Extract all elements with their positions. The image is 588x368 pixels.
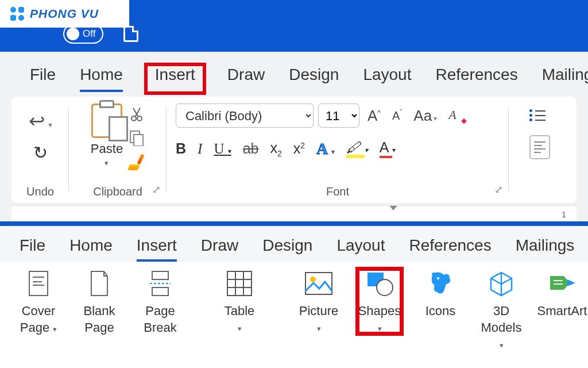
- cover-page-label: Cover Page: [20, 304, 56, 335]
- table-label: Table: [225, 304, 255, 318]
- font-name-select[interactable]: Calibri (Body): [176, 103, 314, 128]
- panel-home-ribbon: File Home Insert Draw Design Layout Refe…: [0, 52, 588, 221]
- icons-button[interactable]: Icons: [419, 270, 462, 320]
- group-font: Calibri (Body) 11 A^ Aˇ Aa▾ B I U ▾ ab x…: [167, 103, 509, 203]
- tab-draw[interactable]: Draw: [227, 66, 265, 92]
- chevron-down-icon: ▾: [378, 324, 382, 333]
- svg-point-17: [310, 277, 316, 282]
- phongvu-logo: PHONG VU: [0, 0, 129, 28]
- tab-design[interactable]: Design: [289, 66, 339, 92]
- svg-rect-10: [152, 288, 168, 296]
- shrink-font-button[interactable]: Aˇ: [389, 109, 405, 122]
- font-size-select[interactable]: 11: [318, 103, 359, 128]
- grow-font-button[interactable]: A^: [364, 107, 384, 125]
- page-break-label: Page Break: [139, 303, 181, 336]
- strikethrough-button[interactable]: ab: [243, 140, 259, 157]
- bold-button[interactable]: B: [176, 140, 186, 157]
- tab2-mailings[interactable]: Mailings: [516, 236, 575, 262]
- tab-home[interactable]: Home: [80, 66, 123, 92]
- smartart-label: SmartArt: [537, 303, 587, 320]
- picture-button[interactable]: Picture ▾: [297, 270, 340, 333]
- superscript-button[interactable]: x2: [293, 140, 305, 157]
- group-clipboard: Paste ▾ Clipboard ⤢: [69, 103, 167, 203]
- svg-point-19: [377, 279, 393, 296]
- text-effects-button[interactable]: A ▾: [316, 140, 335, 158]
- ribbon-insert: Cover Page ▾ Blank Page Page Break Table…: [0, 262, 588, 358]
- ruler[interactable]: 1: [11, 205, 577, 221]
- smartart-icon: [548, 270, 577, 297]
- italic-button[interactable]: I: [198, 141, 202, 157]
- blank-page-icon: [89, 270, 110, 297]
- svg-rect-3: [134, 135, 143, 146]
- chevron-down-icon: ▾: [500, 341, 504, 350]
- format-painter-button[interactable]: [129, 154, 145, 170]
- tab2-insert[interactable]: Insert: [137, 236, 177, 262]
- page-break-icon: [149, 270, 172, 297]
- clipboard-launcher[interactable]: ⤢: [152, 183, 161, 196]
- highlight-button[interactable]: 🖊 ▾: [346, 139, 368, 158]
- shapes-icon: [365, 270, 394, 297]
- svg-point-20: [437, 277, 439, 279]
- font-launcher[interactable]: ⤢: [494, 183, 503, 196]
- picture-icon: [304, 270, 333, 297]
- svg-rect-16: [305, 273, 332, 294]
- chevron-down-icon: ▾: [238, 324, 242, 333]
- tab2-file[interactable]: File: [20, 236, 45, 262]
- save-icon[interactable]: [123, 26, 138, 42]
- toggle-knob-icon: [67, 28, 79, 40]
- subscript-button[interactable]: x2: [270, 140, 282, 158]
- repeat-button[interactable]: ↻: [33, 143, 48, 163]
- 3d-models-button[interactable]: 3D Models ▾: [480, 270, 523, 352]
- svg-rect-11: [227, 271, 252, 296]
- undo-button[interactable]: ↩▾: [29, 109, 52, 132]
- chevron-down-icon: ▾: [105, 159, 109, 167]
- svg-rect-4: [29, 271, 48, 296]
- font-color-button[interactable]: A ▾: [380, 139, 396, 158]
- icons-label: Icons: [425, 303, 456, 320]
- tab2-layout[interactable]: Layout: [336, 236, 385, 262]
- copy-button[interactable]: [129, 130, 145, 146]
- underline-button[interactable]: U ▾: [214, 141, 231, 157]
- ruler-mark: 1: [562, 209, 566, 219]
- bullets-button[interactable]: [529, 109, 546, 121]
- ribbon-tabs: File Home Insert Draw Design Layout Refe…: [0, 52, 588, 92]
- group-undo: ↩▾ ↻ Undo: [11, 103, 69, 203]
- svg-point-1: [137, 116, 142, 121]
- 3d-models-label: 3D Models: [481, 304, 522, 335]
- tab-layout[interactable]: Layout: [363, 66, 411, 92]
- tab-references[interactable]: References: [435, 66, 517, 92]
- clear-format-button[interactable]: [448, 108, 465, 124]
- font-group-label: Font: [326, 181, 349, 203]
- svg-rect-8: [152, 271, 168, 279]
- paste-label: Paste: [91, 141, 123, 156]
- cut-button[interactable]: [129, 106, 145, 122]
- cover-page-button[interactable]: Cover Page ▾: [17, 270, 60, 336]
- svg-point-0: [131, 116, 136, 121]
- smartart-button[interactable]: SmartArt: [541, 270, 583, 320]
- cover-page-icon: [28, 270, 49, 297]
- table-icon: [226, 270, 253, 297]
- change-case-button[interactable]: Aa▾: [410, 107, 440, 125]
- tab2-home[interactable]: Home: [69, 236, 113, 262]
- tab2-design[interactable]: Design: [262, 236, 312, 262]
- panel-insert-ribbon: File Home Insert Draw Design Layout Refe…: [0, 226, 588, 358]
- chevron-down-icon: ▾: [317, 324, 321, 333]
- page-break-button[interactable]: Page Break: [139, 270, 181, 336]
- shapes-button[interactable]: Shapes ▾: [358, 270, 401, 333]
- blank-page-button[interactable]: Blank Page: [78, 270, 121, 336]
- paste-button[interactable]: Paste ▾: [91, 103, 123, 167]
- tab-file[interactable]: File: [30, 66, 56, 92]
- tab2-references[interactable]: References: [409, 236, 491, 262]
- shapes-label: Shapes: [358, 304, 401, 318]
- panel-divider: [0, 221, 588, 226]
- group-paragraph: [509, 103, 577, 203]
- tab2-draw[interactable]: Draw: [201, 236, 238, 262]
- tab-mailings[interactable]: Mailings: [542, 66, 588, 92]
- logo-text: PHONG VU: [30, 7, 99, 21]
- table-button[interactable]: Table ▾: [218, 270, 261, 333]
- paragraph-settings-button[interactable]: [529, 135, 550, 159]
- cube-icon: [489, 270, 514, 297]
- autosave-state: Off: [83, 28, 95, 40]
- ribbon-home: ↩▾ ↻ Undo Paste ▾: [11, 97, 577, 203]
- tab-insert[interactable]: Insert: [147, 66, 203, 92]
